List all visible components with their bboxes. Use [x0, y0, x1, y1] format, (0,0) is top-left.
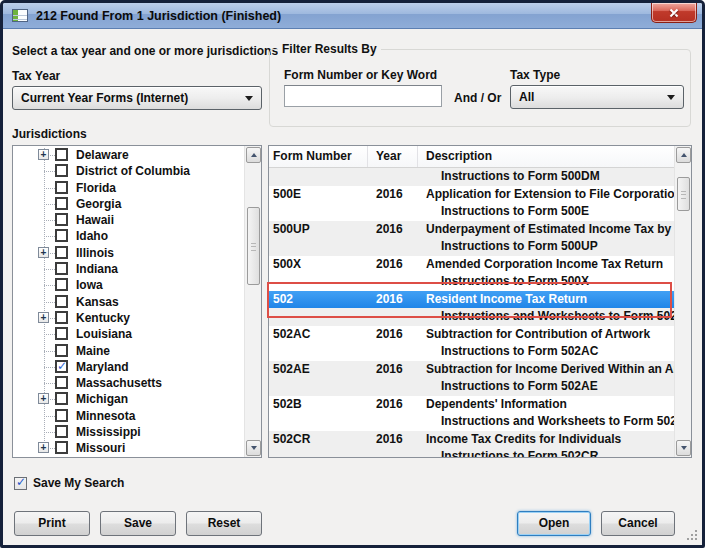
tree-item[interactable]: District of Columbia	[13, 163, 244, 179]
cancel-button[interactable]: Cancel	[601, 511, 675, 536]
tree-item[interactable]: + Kentucky	[13, 310, 244, 326]
jurisdiction-checkbox[interactable]	[55, 425, 68, 438]
tree-item[interactable]: Iowa	[13, 277, 244, 293]
table-row[interactable]: 500UP 2016 Underpayment of Estimated Inc…	[269, 221, 674, 239]
tree-item[interactable]: + Michigan	[13, 391, 244, 407]
table-row[interactable]: 502 2016 Resident Income Tax Return	[269, 291, 674, 309]
table-row[interactable]: Instructions to Form 500UP	[269, 238, 674, 256]
tree-stub-line	[44, 269, 55, 270]
jurisdiction-checkbox[interactable]	[55, 311, 68, 324]
jurisdiction-checkbox[interactable]	[55, 409, 68, 422]
table-row[interactable]: 502AE 2016 Subtraction for Income Derive…	[269, 361, 674, 379]
scroll-up-icon[interactable]	[246, 147, 261, 163]
tree-item[interactable]: Hawaii	[13, 212, 244, 228]
print-button[interactable]: Print	[14, 511, 90, 536]
table-row[interactable]: Instructions to Form 502AC	[269, 343, 674, 361]
results-scrollbar[interactable]	[674, 146, 691, 457]
tree-item[interactable]: Florida	[13, 180, 244, 196]
expand-plus-icon[interactable]: +	[38, 247, 49, 258]
jurisdiction-checkbox[interactable]	[55, 164, 68, 177]
table-row[interactable]: 502CR 2016 Income Tax Credits for Indivi…	[269, 431, 674, 449]
cell-description: Instructions and Worksheets to Form 502	[418, 308, 674, 326]
jurisdictions-scrollbar[interactable]	[244, 146, 261, 457]
tree-item[interactable]: Idaho	[13, 228, 244, 244]
jurisdiction-checkbox[interactable]	[55, 278, 68, 291]
tree-item[interactable]: Kansas	[13, 294, 244, 310]
column-form-number[interactable]: Form Number	[269, 146, 368, 167]
cell-description: Application for Extension to File Corpor…	[418, 186, 674, 204]
jurisdiction-checkbox[interactable]	[55, 295, 68, 308]
jurisdiction-checkbox[interactable]	[55, 181, 68, 194]
expand-plus-icon[interactable]: +	[38, 149, 49, 160]
title-bar[interactable]: 212 Found From 1 Jurisdiction (Finished)	[3, 3, 702, 29]
cell-year	[368, 413, 418, 431]
results-table[interactable]: Form Number Year Description Instruction…	[268, 145, 692, 458]
scroll-down-icon[interactable]	[676, 440, 691, 456]
table-row[interactable]: Instructions to Form 502AE	[269, 378, 674, 396]
tax-year-value: Current Year Forms (Internet)	[21, 87, 188, 109]
save-my-search-checkbox[interactable]	[14, 477, 27, 490]
cell-description: Subtraction for Contribution of Artwork	[418, 326, 674, 344]
scrollbar-thumb[interactable]	[677, 177, 690, 211]
tree-item[interactable]: + Illinois	[13, 245, 244, 261]
jurisdiction-checkbox[interactable]	[55, 213, 68, 226]
column-year[interactable]: Year	[368, 146, 418, 167]
table-row[interactable]: Instructions to Form 500X	[269, 273, 674, 291]
close-button[interactable]	[651, 3, 697, 23]
jurisdiction-checkbox[interactable]	[55, 441, 68, 454]
jurisdiction-checkbox[interactable]	[55, 376, 68, 389]
open-button[interactable]: Open	[517, 511, 591, 536]
keyword-label: Form Number or Key Word	[284, 68, 437, 82]
cell-year: 2016	[368, 186, 418, 204]
tax-type-dropdown[interactable]: All	[510, 85, 684, 109]
save-button[interactable]: Save	[100, 511, 176, 536]
tree-item[interactable]: Indiana	[13, 261, 244, 277]
cell-form-number: 500E	[269, 186, 368, 204]
reset-button[interactable]: Reset	[186, 511, 262, 536]
tree-stub-line	[44, 188, 55, 189]
jurisdiction-checkbox[interactable]	[55, 360, 68, 373]
resize-grip[interactable]	[687, 530, 698, 541]
jurisdiction-checkbox[interactable]	[55, 229, 68, 242]
scrollbar-thumb[interactable]	[247, 207, 260, 285]
jurisdiction-label: Illinois	[76, 245, 114, 261]
table-row[interactable]: 500X 2016 Amended Corporation Income Tax…	[269, 256, 674, 274]
jurisdiction-checkbox[interactable]	[55, 197, 68, 210]
tree-item[interactable]: Minnesota	[13, 408, 244, 424]
table-row[interactable]: 500E 2016 Application for Extension to F…	[269, 186, 674, 204]
jurisdiction-checkbox[interactable]	[55, 246, 68, 259]
table-row[interactable]: Instructions to Form 500E	[269, 203, 674, 221]
expand-plus-icon[interactable]: +	[38, 393, 49, 404]
expand-plus-icon[interactable]: +	[38, 312, 49, 323]
table-row[interactable]: Instructions to Form 500DM	[269, 168, 674, 186]
cell-description: Instructions to Form 502AC	[418, 343, 674, 361]
expand-plus-icon[interactable]: +	[38, 442, 49, 453]
table-row[interactable]: Instructions and Worksheets to Form 502	[269, 308, 674, 326]
tree-item[interactable]: Louisiana	[13, 326, 244, 342]
jurisdiction-checkbox[interactable]	[55, 344, 68, 357]
jurisdiction-checkbox[interactable]	[55, 327, 68, 340]
tree-item[interactable]: Maryland	[13, 359, 244, 375]
jurisdictions-tree[interactable]: + Delaware District of Columbia Florida …	[12, 145, 262, 458]
tax-year-dropdown[interactable]: Current Year Forms (Internet)	[12, 86, 262, 110]
table-row[interactable]: Instructions to Form 502CR	[269, 448, 674, 457]
cell-description: Underpayment of Estimated Income Tax by …	[418, 221, 674, 239]
scroll-up-icon[interactable]	[676, 147, 691, 163]
table-row[interactable]: 502B 2016 Dependents' Information	[269, 396, 674, 414]
table-row[interactable]: Instructions and Worksheets to Form 502B	[269, 413, 674, 431]
tree-item[interactable]: + Delaware	[13, 147, 244, 163]
column-description[interactable]: Description	[418, 146, 674, 167]
jurisdiction-checkbox[interactable]	[55, 148, 68, 161]
tree-item[interactable]: Georgia	[13, 196, 244, 212]
table-row[interactable]: 502AC 2016 Subtraction for Contribution …	[269, 326, 674, 344]
tree-item[interactable]: Massachusetts	[13, 375, 244, 391]
tree-item[interactable]: Mississippi	[13, 424, 244, 440]
tree-stub-line	[44, 383, 55, 384]
tree-item[interactable]: Maine	[13, 343, 244, 359]
jurisdiction-checkbox[interactable]	[55, 392, 68, 405]
table-header[interactable]: Form Number Year Description	[269, 146, 674, 168]
jurisdiction-checkbox[interactable]	[55, 262, 68, 275]
tree-item[interactable]: + Missouri	[13, 440, 244, 456]
keyword-input[interactable]	[284, 85, 442, 107]
scroll-down-icon[interactable]	[246, 440, 261, 456]
